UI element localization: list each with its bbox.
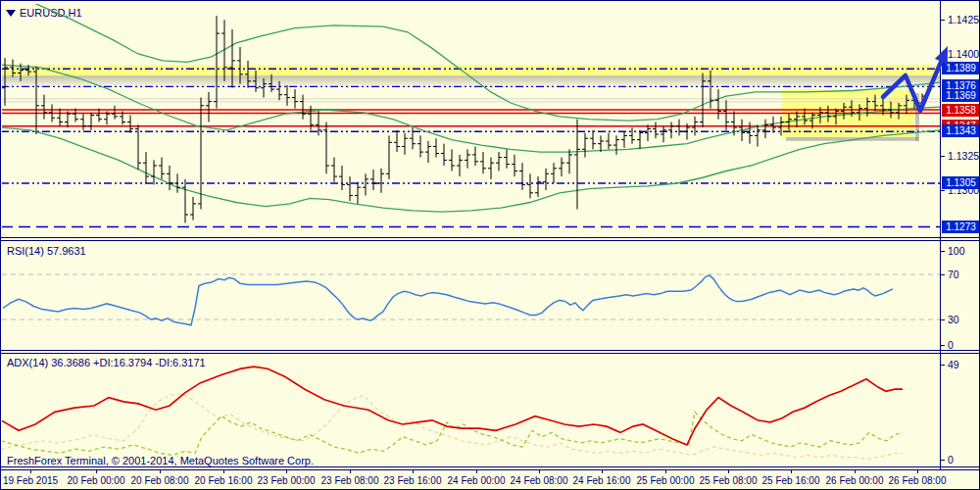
main-price-plot[interactable] xyxy=(1,1,940,227)
chart-window: EURUSD,H1 RSI(14) 57.9631 ADX(14) 36.368… xyxy=(0,0,980,490)
chart-canvas[interactable] xyxy=(1,1,980,490)
adx-line xyxy=(1,367,903,445)
rsi-line xyxy=(3,275,893,325)
plus-di-line xyxy=(1,412,903,455)
rsi-plot[interactable] xyxy=(2,274,940,325)
adx-plot[interactable] xyxy=(1,367,903,460)
resistance-highlight-band[interactable] xyxy=(1,65,940,75)
arrow-head-icon xyxy=(935,46,948,64)
